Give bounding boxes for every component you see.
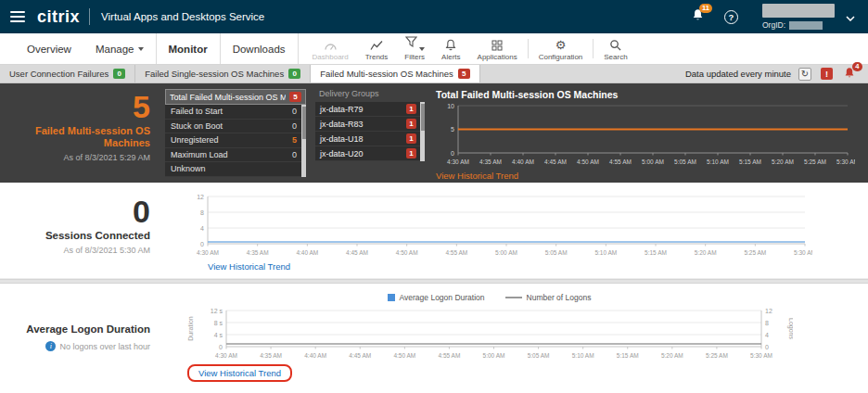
count-badge: 0 (288, 69, 300, 79)
svg-text:4:30 AM: 4:30 AM (447, 158, 469, 165)
sessions-connected-panel: 0 Sessions Connected As of 8/3/2021 5:30… (0, 183, 868, 279)
failed-machines-count: 5 (0, 89, 150, 124)
svg-text:4: 4 (765, 332, 769, 338)
tab-label: Downloads (233, 44, 286, 55)
group-name: jx-data-U20 (320, 149, 406, 158)
svg-text:5:30 AM: 5:30 AM (750, 352, 772, 359)
failure-filter-bar: User Connection Failures 0 Failed Single… (0, 65, 868, 83)
svg-text:4:45 AM: 4:45 AM (346, 249, 368, 256)
failure-type-unknown[interactable]: Unknown (165, 162, 306, 177)
svg-text:8 s: 8 s (214, 320, 223, 326)
group-name: jx-data-R79 (320, 105, 406, 114)
failure-type-maximum-load[interactable]: Maximum Load 0 (165, 148, 306, 163)
failure-type-unregistered[interactable]: Unregistered 5 (165, 133, 306, 148)
svg-text:4:50 AM: 4:50 AM (396, 249, 418, 256)
view-historical-trend-link[interactable]: View Historical Trend (208, 261, 290, 272)
delivery-group-row[interactable]: jx-data-U20 1 (315, 146, 425, 161)
chart-legend: Average Logon Duration Number of Logons (185, 291, 793, 304)
account-menu-button[interactable] (842, 5, 859, 29)
svg-text:4:35 AM: 4:35 AM (479, 158, 502, 165)
tab-manage[interactable]: Manage (83, 33, 156, 64)
nav-tool-trends[interactable]: Trends (357, 33, 397, 64)
nav-tool-configuration[interactable]: ⚙ Configuration (530, 33, 592, 64)
svg-text:0: 0 (219, 344, 223, 350)
failure-type-stuck-on-boot[interactable]: Stuck on Boot 0 (165, 120, 306, 134)
delivery-group-row[interactable]: jx-data-U18 1 (315, 132, 425, 146)
scrollbar[interactable] (420, 102, 425, 161)
filter-tab-failed-single-session[interactable]: Failed Single-session OS Machines 0 (135, 65, 311, 82)
nav-tool-applications[interactable]: Applications (469, 33, 526, 64)
failed-machines-chart-title: Total Failed Multi-session OS Machines (436, 89, 859, 100)
row-label: Stuck on Boot (171, 121, 292, 131)
nav-tool-label: Search (604, 53, 627, 61)
org-id-redacted (789, 21, 823, 30)
svg-text:5:15 AM: 5:15 AM (645, 249, 667, 256)
failed-machines-asof: As of 8/3/2021 5:29 AM (0, 153, 150, 162)
legend-label: Average Logon Duration (400, 293, 485, 302)
tab-label: Monitor (169, 44, 208, 55)
tab-downloads[interactable]: Downloads (221, 33, 298, 64)
chevron-down-icon (846, 8, 855, 24)
filters-icon (405, 34, 417, 51)
notifications-button[interactable]: 11 (692, 8, 704, 25)
delivery-group-row[interactable]: jx-data-R79 1 (315, 102, 425, 117)
nav-tool-label: Trends (365, 53, 389, 61)
nav-tool-alerts[interactable]: Alerts (433, 33, 468, 64)
svg-text:8: 8 (200, 209, 204, 216)
customer-name-redacted (762, 4, 835, 18)
tab-monitor[interactable]: Monitor (157, 33, 220, 64)
svg-text:4:35 AM: 4:35 AM (260, 352, 282, 359)
failed-machines-title: Failed Multi-session OS Machines (0, 125, 150, 149)
help-button[interactable]: ? (724, 10, 738, 24)
alert-indicator-icon[interactable]: ! (821, 68, 833, 80)
svg-text:0: 0 (765, 344, 769, 350)
count-badge: 1 (406, 148, 416, 158)
delivery-groups-panel: Delivery Groups jx-data-R79 1 jx-data-R8… (315, 89, 425, 183)
svg-text:5:00 AM: 5:00 AM (483, 352, 505, 359)
delivery-group-row[interactable]: jx-data-R83 1 (315, 117, 425, 132)
view-historical-trend-link-highlighted[interactable]: View Historical Trend (187, 364, 292, 382)
data-updated-text: Data updated every minute (685, 65, 791, 82)
count-badge: 5 (458, 69, 470, 79)
filter-tab-label: Failed Single-session OS Machines (145, 69, 284, 79)
row-label: Unregistered (171, 135, 292, 145)
menu-button[interactable] (0, 0, 35, 33)
filter-tab-failed-multi-session[interactable]: Failed Multi-session OS Machines 5 (311, 65, 480, 82)
failure-type-dropdown[interactable]: Total Failed Multi-session OS Ma... 5 (165, 89, 306, 105)
filter-tab-label: User Connection Failures (9, 69, 108, 79)
svg-text:4 s: 4 s (214, 332, 223, 338)
alerts-bell-button[interactable]: 4 (844, 67, 855, 81)
notification-badge: 11 (699, 4, 712, 13)
svg-text:Duration: Duration (187, 316, 194, 341)
chevron-down-icon (138, 47, 144, 51)
legend-swatch-logons (505, 297, 522, 298)
scrollbar[interactable] (301, 105, 306, 177)
app-title: Virtual Apps and Desktops Service (101, 11, 264, 22)
nav-tool-search[interactable]: Search (595, 33, 635, 64)
alerts-bell-icon (445, 38, 456, 51)
alert-count-badge: 4 (852, 62, 862, 71)
svg-text:12: 12 (765, 308, 772, 314)
svg-text:5:00 AM: 5:00 AM (642, 158, 664, 165)
refresh-button[interactable]: ↻ (798, 68, 811, 81)
svg-text:4:35 AM: 4:35 AM (247, 249, 269, 256)
view-historical-trend-link[interactable]: View Historical Trend (436, 171, 518, 181)
nav-tool-filters[interactable]: Filters (396, 33, 433, 64)
nav-tool-label: Configuration (539, 53, 583, 61)
row-label: Maximum Load (171, 150, 292, 159)
nav-tool-dashboard[interactable]: Dashboard (304, 33, 357, 64)
svg-text:5:10 AM: 5:10 AM (572, 352, 594, 359)
nav-tool-label: Dashboard (313, 53, 349, 61)
svg-text:4:50 AM: 4:50 AM (577, 158, 599, 165)
svg-text:5:20 AM: 5:20 AM (772, 158, 794, 165)
chevron-down-icon (419, 47, 425, 51)
row-count: 0 (292, 107, 297, 116)
count-badge: 1 (406, 119, 416, 129)
svg-text:5:30 AM: 5:30 AM (836, 158, 855, 165)
failure-type-failed-to-start[interactable]: Failed to Start 0 (165, 105, 306, 120)
tab-overview[interactable]: Overview (15, 33, 83, 64)
group-name: jx-data-U18 (320, 134, 406, 144)
failed-machines-chart: 05104:30 AM4:35 AM4:40 AM4:45 AM4:50 AM4… (436, 101, 859, 166)
svg-text:4:55 AM: 4:55 AM (445, 249, 467, 256)
filter-tab-user-connection-failures[interactable]: User Connection Failures 0 (0, 65, 135, 82)
